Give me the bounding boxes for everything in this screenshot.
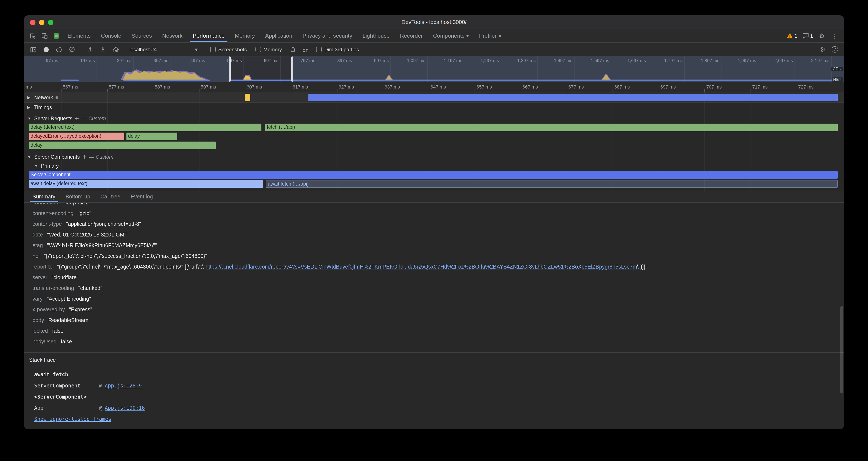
expand-expanded-icon[interactable]: ▼ <box>27 155 32 159</box>
tab-elements[interactable]: Elements <box>62 29 96 42</box>
detail-ruler-tick <box>797 89 797 92</box>
track-bar[interactable]: await delay (deferred text) <box>29 180 264 188</box>
help-icon[interactable]: ? <box>829 44 841 55</box>
tab-network[interactable]: Network <box>157 29 188 42</box>
minimize-window-button[interactable] <box>39 20 44 25</box>
track-bar[interactable]: delay (deferred text) <box>29 123 261 131</box>
details-tab-summary[interactable]: Summary <box>27 191 60 202</box>
track-bar[interactable]: delay <box>29 142 216 149</box>
track-bar[interactable]: delayedError (…ayed exception) <box>29 133 125 140</box>
primary-group-header[interactable]: ▼ Primary <box>24 162 844 170</box>
header-row: transfer-encoding"chunked" <box>32 283 844 294</box>
tab-badge-dot <box>499 35 501 37</box>
tab-application[interactable]: Application <box>260 29 297 42</box>
network-track-label[interactable]: ▶ Network <box>27 94 58 100</box>
load-profile-icon[interactable] <box>84 44 96 55</box>
custom-track-suffix: — Custom <box>89 154 113 160</box>
stack-frame-label: <ServerComponent> <box>34 391 844 402</box>
timings-track[interactable]: ▶ Timings <box>24 103 844 112</box>
tab-lighthouse[interactable]: Lighthouse <box>357 29 395 42</box>
tab-label: Recorder <box>400 32 423 39</box>
zoom-window-button[interactable] <box>48 20 53 25</box>
track-config-dot[interactable] <box>56 96 58 98</box>
memory-checkbox[interactable] <box>255 47 261 52</box>
custom-track-icon <box>75 116 79 121</box>
issues-warning[interactable]: 1 <box>785 33 800 38</box>
close-window-button[interactable] <box>30 20 35 25</box>
timeline-overview[interactable]: 97 ms197 ms297 ms397 ms497 ms597 ms697 m… <box>24 56 844 82</box>
screenshots-checkbox[interactable] <box>210 47 216 52</box>
save-profile-icon[interactable] <box>97 44 109 55</box>
tab-sources[interactable]: Sources <box>126 29 157 42</box>
track-bar[interactable] <box>245 94 251 102</box>
track-bar[interactable]: delay <box>126 133 178 140</box>
inspect-element-icon[interactable] <box>27 30 38 42</box>
tab-performance[interactable]: Performance <box>188 29 230 42</box>
tab-console[interactable]: Console <box>96 29 126 42</box>
expand-expanded-icon[interactable]: ▼ <box>27 116 32 121</box>
message-bubble-icon <box>802 33 808 38</box>
details-tab-bottom-up[interactable]: Bottom-up <box>60 191 95 202</box>
details-tab-call-tree[interactable]: Call tree <box>95 191 125 202</box>
show-ignore-listed-frames-link[interactable]: Show ignore-listed frames <box>34 416 111 422</box>
expand-collapsed-icon[interactable]: ▶ <box>27 105 32 109</box>
network-track[interactable]: ▶ Network <box>24 92 844 103</box>
settings-gear-icon[interactable]: ⚙ <box>816 30 828 42</box>
track-bar[interactable]: ServerComponent <box>29 171 838 179</box>
history-dropdown[interactable]: localhost #4 ▼ <box>126 45 202 54</box>
toolbar-separator <box>81 46 81 53</box>
live-metrics-home-icon[interactable] <box>110 44 122 55</box>
header-row: date"Wed, 01 Oct 2025 18:32:01 GMT" <box>32 230 844 240</box>
expand-expanded-icon[interactable]: ▼ <box>34 164 38 168</box>
server-requests-row-3: delay <box>24 141 844 150</box>
tab-label: Components <box>433 32 464 39</box>
tab-profiler[interactable]: Profiler <box>474 29 506 42</box>
tab-label: Console <box>101 32 121 39</box>
collect-garbage-icon[interactable] <box>287 44 299 55</box>
track-bar-label: fetch (…/api) <box>267 124 295 129</box>
expand-collapsed-icon[interactable]: ▶ <box>27 95 32 99</box>
detail-ruler-tick <box>291 89 291 92</box>
detail-ruler-label: 597 ms <box>201 84 216 89</box>
dim-3rd-parties-label: Dim 3rd parties <box>324 47 359 52</box>
header-value: "{\"group\":\"cf-nel\",\"max_age\":60480… <box>57 264 648 270</box>
tab-memory[interactable]: Memory <box>229 29 260 42</box>
toggle-sidebar-icon[interactable] <box>27 44 39 55</box>
capture-settings-gear-icon[interactable]: ⚙ <box>817 44 829 55</box>
stack-location-link[interactable]: App.js:190:16 <box>105 402 145 413</box>
timeline-tracks[interactable]: ▶ Network ▶ Timings ▼ Server Requests — … <box>24 92 844 191</box>
details-tab-event-log[interactable]: Event log <box>125 191 158 202</box>
record-and-reload-icon[interactable] <box>53 44 65 55</box>
overview-curtain-left <box>24 56 230 82</box>
detail-ruler-label: 697 ms <box>660 84 676 89</box>
detail-ruler-tick <box>429 89 429 92</box>
panel-tabs: ElementsConsoleSourcesNetworkPerformance… <box>62 29 506 42</box>
selection-handle-right[interactable] <box>291 56 293 82</box>
issues-messages[interactable]: 1 <box>800 33 815 38</box>
custom-track-icon <box>82 155 87 159</box>
header-row: vary"Accept-Encoding" <box>32 294 844 305</box>
header-link[interactable]: https://a.nel.cloudflare.com/report/v4?s… <box>206 264 637 270</box>
extension-icon[interactable] <box>51 30 62 42</box>
detail-ruler-label: 707 ms <box>706 84 722 89</box>
clear-icon[interactable] <box>66 44 78 55</box>
device-toolbar-icon[interactable] <box>38 30 51 42</box>
record-icon[interactable] <box>40 44 52 55</box>
kebab-menu-icon[interactable]: ⋮ <box>829 30 841 42</box>
tab-privacy-and-security[interactable]: Privacy and security <box>298 29 358 42</box>
server-requests-track-header[interactable]: ▼ Server Requests — Custom <box>24 114 844 123</box>
tab-components[interactable]: Components <box>428 29 474 42</box>
detail-ruler-label: 687 ms <box>614 84 630 89</box>
tab-recorder[interactable]: Recorder <box>395 29 428 42</box>
track-bar[interactable]: await fetch (…/api) <box>266 180 838 188</box>
server-components-track-header[interactable]: ▼ Server Components — Custom <box>24 152 844 162</box>
dim-3rd-parties-checkbox[interactable] <box>316 47 322 52</box>
dim-3rd-parties-checkbox-row: Dim 3rd parties <box>316 47 359 52</box>
scrollbar-thumb[interactable] <box>840 306 843 394</box>
track-bar[interactable]: fetch (…/api) <box>265 123 838 131</box>
track-bar[interactable] <box>308 94 838 102</box>
stack-location-link[interactable]: App.js:128:9 <box>105 380 142 391</box>
timings-track-label[interactable]: ▶ Timings <box>27 104 52 110</box>
selection-handle-left[interactable] <box>229 56 231 82</box>
network-conditions-icon[interactable] <box>300 44 311 55</box>
